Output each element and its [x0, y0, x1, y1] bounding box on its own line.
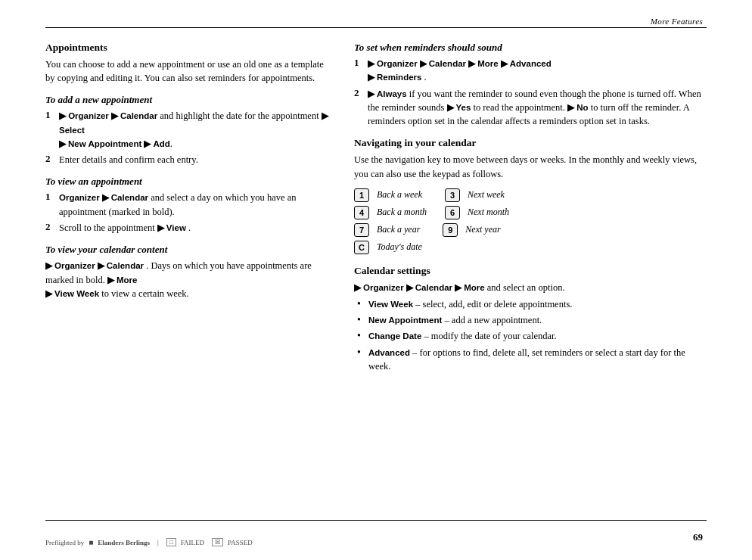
view-step2: 2 Scroll to the appointment ▶ View . — [45, 221, 333, 235]
footer-area: Preflighted by ■ Elanders Berlings | □ F… — [45, 538, 253, 546]
bullet-dot-3: • — [357, 329, 365, 343]
rem-step2: 2 ▶ Always if you want the reminder to s… — [354, 87, 707, 129]
preflight-label: Preflighted by — [45, 539, 84, 546]
rem-step1-end: . — [424, 72, 427, 82]
key-3: 3 — [445, 188, 460, 202]
arrow-always: ▶ — [368, 89, 377, 99]
calendar-cal-set: Calendar — [415, 283, 452, 292]
more-cal-set: More — [464, 283, 484, 292]
view-step1: 1 Organizer ▶ Calendar and select a day … — [45, 191, 333, 219]
bullet-dot-4: • — [357, 346, 365, 373]
organizer-link: Organizer — [68, 111, 109, 120]
arrow-rem4: ▶ — [501, 58, 510, 69]
arrow-cal-set3: ▶ — [455, 282, 464, 293]
more-rem: More — [477, 59, 498, 68]
more-link: More — [117, 275, 137, 285]
key-1-label: Back a week — [377, 189, 422, 201]
step1-number: 1 — [45, 109, 56, 151]
logo-icon: ■ — [89, 538, 93, 546]
view2-text: Scroll to the appointment — [59, 222, 157, 233]
bullet-2-content: New Appointment – add a new appointment. — [368, 313, 542, 327]
rem-step1-content: ▶ Organizer ▶ Calendar ▶ More ▶ Advanced… — [368, 57, 552, 85]
nav-body: Use the navigation key to move between d… — [354, 153, 707, 180]
keypad-row-2: 4 Back a month 6 Next month — [354, 206, 707, 219]
rem-step2-content: ▶ Always if you want the reminder to sou… — [368, 87, 707, 129]
footer-line — [45, 520, 707, 521]
arrow-organizer: ▶ — [59, 110, 66, 121]
arrow-view2: ▶ — [157, 222, 166, 233]
rem-step1-num: 1 — [354, 57, 365, 85]
period1: . — [170, 138, 172, 149]
bullet-2: • New Appointment – add a new appointmen… — [357, 313, 707, 327]
nav-title: Navigating in your calendar — [354, 137, 707, 149]
keypad-grid: 1 Back a week 3 Next week 4 Back a month… — [354, 188, 707, 254]
failed-box: □ — [166, 538, 176, 546]
view-week-link: View Week — [368, 300, 413, 309]
arrow-cal-content: ▶ — [45, 260, 54, 271]
step2-content: Enter details and confirm each entry. — [59, 153, 198, 166]
view-step2-content: Scroll to the appointment ▶ View . — [59, 221, 191, 235]
bullet-3-text: – modify the date of your calendar. — [424, 331, 556, 341]
bullet-4: • Advanced – for options to find, delete… — [357, 346, 707, 373]
rem-step2-text2: to read the appointment. — [473, 102, 567, 113]
page: More Features Appointments You can choos… — [0, 0, 752, 560]
keypad-row-1: 1 Back a week 3 Next week — [354, 188, 707, 202]
reminders-rem: Reminders — [377, 73, 421, 82]
organizer-rem: Organizer — [377, 59, 418, 68]
key-c: C — [354, 241, 369, 254]
no-link: ▶ No — [567, 103, 589, 112]
bullet-dot-1: • — [357, 297, 365, 311]
view2-end: . — [188, 222, 191, 233]
select-link: Select — [59, 126, 85, 135]
key-1: 1 — [354, 188, 369, 202]
arrow-rem5: ▶ — [368, 72, 377, 82]
step2-number: 2 — [45, 153, 56, 166]
bullet-3-content: Change Date – modify the date of your ca… — [368, 329, 557, 343]
arrow-more: ▶ — [107, 275, 117, 285]
step1-text: and highlight the date for the appointme… — [160, 110, 322, 121]
add-new-title: To add a new appointment — [45, 94, 333, 106]
key-9-label: Next year — [465, 224, 500, 235]
cal-settings-title: Calendar settings — [354, 265, 707, 277]
arrow-cal-content2: ▶ — [98, 260, 107, 271]
advanced-link2: Advanced — [368, 348, 410, 357]
page-number: 69 — [693, 531, 703, 543]
bullet-dot-2: • — [357, 313, 365, 327]
rem-step2-num: 2 — [354, 87, 365, 129]
organizer-view: Organizer — [59, 193, 100, 202]
reminders-title: To set when reminders should sound — [354, 42, 707, 54]
step1-content: ▶ Organizer ▶ Calendar and highlight the… — [59, 109, 333, 151]
bullet-1: • View Week – select, add, edit or delet… — [357, 297, 707, 311]
key-4: 4 — [354, 206, 369, 219]
key-6: 6 — [445, 206, 460, 219]
main-content: Appointments You can choose to add a new… — [45, 42, 707, 515]
viewweek-link: View Week — [54, 289, 99, 298]
appointments-body-text: You can choose to add a new appointment … — [45, 59, 324, 83]
appointments-body: You can choose to add a new appointment … — [45, 58, 333, 85]
page-header-title: More Features — [651, 17, 703, 26]
arrow-view: ▶ — [102, 192, 111, 203]
bullet-3: • Change Date – modify the date of your … — [357, 329, 707, 343]
arrow-cal-set2: ▶ — [406, 282, 415, 293]
cal-settings-end: and select an option. — [487, 282, 565, 293]
passed-box: ☒ — [212, 538, 223, 546]
key-6-label: Next month — [468, 207, 509, 218]
key-c-label: Today's date — [377, 241, 422, 253]
key-4-label: Back a month — [377, 207, 427, 218]
bullet-4-text: – for options to find, delete all, set r… — [368, 347, 685, 372]
cal-content-end: to view a certain week. — [101, 288, 189, 299]
organizer-cal: Organizer — [54, 261, 95, 270]
keypad-row-4: C Today's date — [354, 241, 707, 254]
arrow-calendar: ▶ — [111, 110, 120, 121]
calendar-rem: Calendar — [429, 59, 466, 68]
failed-label: FAILED — [181, 539, 204, 546]
key-7-label: Back a year — [377, 224, 420, 235]
calendar-link: Calendar — [120, 111, 157, 120]
change-date-link: Change Date — [368, 331, 421, 341]
passed-label: PASSED — [228, 539, 253, 546]
arrow-rem1: ▶ — [368, 58, 377, 69]
step1-add: 1 ▶ Organizer ▶ Calendar and highlight t… — [45, 109, 333, 151]
view-step1-num: 1 — [45, 191, 56, 219]
always-link: Always — [377, 89, 407, 98]
view-step1-content: Organizer ▶ Calendar and select a day on… — [59, 191, 333, 219]
